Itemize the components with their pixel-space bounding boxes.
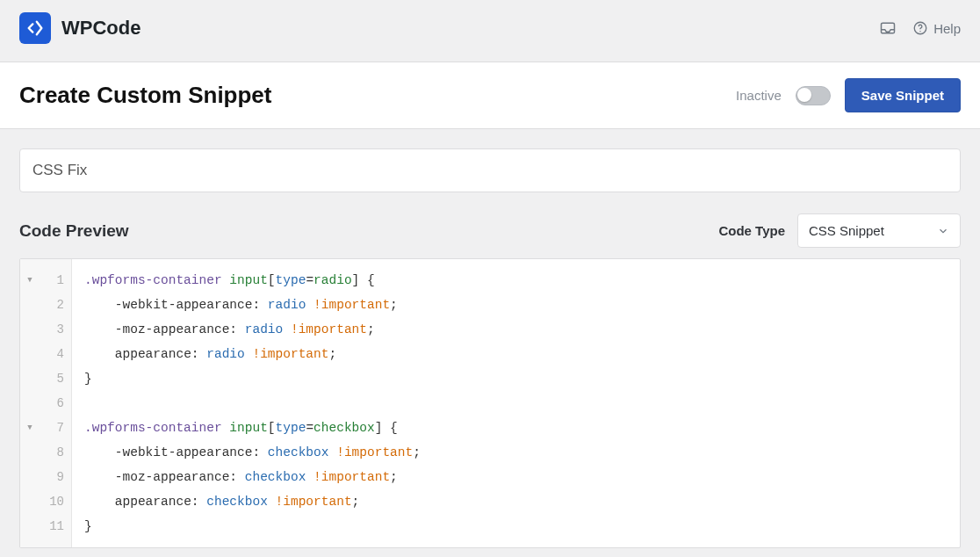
code-line[interactable]: } [84, 366, 948, 391]
gutter-line: 2 [25, 293, 64, 317]
brand-name: WPCode [61, 17, 141, 40]
line-number: 5 [57, 366, 64, 391]
gutter-line: ▼7 [25, 416, 64, 440]
gutter-line: ▼1 [25, 268, 64, 293]
gutter-line: 6 [25, 391, 64, 416]
line-number: 7 [57, 416, 64, 440]
fold-marker [25, 440, 34, 465]
code-line[interactable]: .wpforms-container input[type=checkbox] … [84, 416, 948, 440]
line-number: 3 [57, 317, 64, 342]
active-toggle[interactable] [796, 86, 831, 105]
line-number: 4 [57, 342, 64, 366]
fold-marker: ▼ [25, 268, 34, 293]
line-number: 11 [49, 514, 64, 539]
chevron-down-icon [937, 225, 949, 237]
help-label: Help [933, 21, 961, 36]
page-title: Create Custom Snippet [19, 82, 272, 109]
header-right: Inactive Save Snippet [736, 78, 961, 112]
header-bar: Create Custom Snippet Inactive Save Snip… [0, 62, 980, 129]
code-line[interactable]: -moz-appearance: radio !important; [84, 317, 948, 342]
preview-header-row: Code Preview Code Type CSS Snippet [19, 213, 961, 248]
code-preview-label: Code Preview [19, 221, 129, 241]
save-snippet-button[interactable]: Save Snippet [845, 78, 961, 112]
code-line[interactable]: -webkit-appearance: radio !important; [84, 293, 948, 317]
fold-marker [25, 489, 34, 514]
content: Code Preview Code Type CSS Snippet ▼1234… [0, 129, 980, 557]
line-number: 6 [57, 391, 64, 416]
status-label: Inactive [736, 88, 782, 103]
code-type: Code Type CSS Snippet [718, 213, 961, 248]
code-type-selected: CSS Snippet [809, 223, 884, 238]
help-link[interactable]: Help [912, 20, 961, 36]
code-line[interactable]: } [84, 514, 948, 539]
code-line[interactable]: -webkit-appearance: checkbox !important; [84, 440, 948, 465]
code-type-label: Code Type [718, 223, 785, 238]
line-number: 9 [57, 465, 64, 489]
fold-marker [25, 366, 34, 391]
svg-point-2 [919, 31, 920, 32]
top-actions: Help [879, 19, 961, 37]
gutter-line: 4 [25, 342, 64, 366]
brand: WPCode [19, 12, 141, 44]
gutter-line: 8 [25, 440, 64, 465]
line-number: 1 [57, 268, 64, 293]
line-number: 8 [57, 440, 64, 465]
fold-marker [25, 342, 34, 366]
brand-logo [19, 12, 51, 44]
fold-marker [25, 391, 34, 416]
toggle-knob [797, 88, 811, 102]
inbox-icon[interactable] [879, 19, 897, 37]
line-number: 2 [57, 293, 64, 317]
snippet-title-input[interactable] [19, 148, 961, 192]
code-editor[interactable]: ▼123456▼7891011 .wpforms-container input… [19, 258, 961, 548]
code-line[interactable]: appearance: checkbox !important; [84, 489, 948, 514]
gutter-line: 11 [25, 514, 64, 539]
fold-marker: ▼ [25, 416, 34, 440]
gutter-line: 10 [25, 489, 64, 514]
editor-gutter: ▼123456▼7891011 [20, 259, 72, 547]
line-number: 10 [49, 489, 64, 514]
code-line[interactable]: .wpforms-container input[type=radio] { [84, 268, 948, 293]
top-strip: WPCode Help [0, 0, 980, 62]
code-line[interactable] [84, 391, 948, 416]
gutter-line: 3 [25, 317, 64, 342]
help-icon [912, 20, 928, 36]
code-type-select[interactable]: CSS Snippet [797, 213, 961, 248]
fold-marker [25, 465, 34, 489]
code-line[interactable]: -moz-appearance: checkbox !important; [84, 465, 948, 489]
editor-code[interactable]: .wpforms-container input[type=radio] { -… [72, 259, 960, 547]
code-line[interactable]: appearance: radio !important; [84, 342, 948, 366]
fold-marker [25, 514, 34, 539]
fold-marker [25, 293, 34, 317]
gutter-line: 9 [25, 465, 64, 489]
fold-marker [25, 317, 34, 342]
gutter-line: 5 [25, 366, 64, 391]
